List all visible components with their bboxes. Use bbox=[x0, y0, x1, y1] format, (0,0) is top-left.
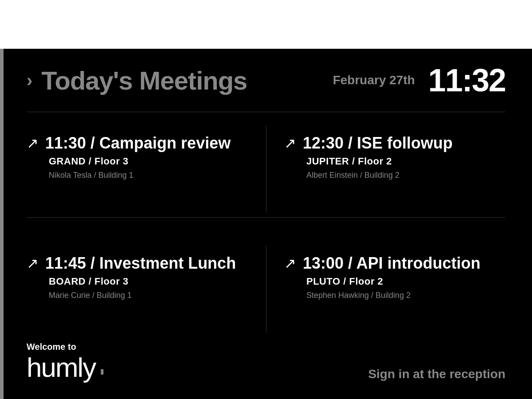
meeting-header-2: ↗ 12:30 / ISE followup bbox=[284, 134, 505, 152]
meeting-title-3: 11:45 / Investment Lunch bbox=[45, 254, 236, 272]
meeting-arrow-icon-1: ↗ bbox=[27, 136, 39, 150]
meeting-item-investment-lunch[interactable]: ↗ 11:45 / Investment Lunch BOARD / Floor… bbox=[27, 246, 266, 333]
meeting-arrow-icon-2: ↗ bbox=[284, 136, 296, 150]
meeting-header-1: ↗ 11:30 / Campaign review bbox=[27, 134, 248, 152]
meeting-person-2: Albert Einstein / Building 2 bbox=[306, 171, 505, 180]
main-container: › Today's Meetings February 27th 11:32 ↗… bbox=[0, 49, 532, 399]
meeting-header-4: ↗ 13:00 / API introduction bbox=[284, 254, 505, 272]
meeting-room-1: GRAND / Floor 3 bbox=[49, 156, 248, 167]
humly-logo: humly bbox=[27, 354, 95, 381]
row-separator bbox=[27, 217, 505, 218]
sign-in-text: Sign in at the reception bbox=[368, 367, 505, 385]
meeting-title-4: 13:00 / API introduction bbox=[303, 254, 481, 272]
footer-left: Welcome to humly bbox=[27, 342, 95, 381]
header-left: › Today's Meetings bbox=[27, 66, 247, 95]
header-nav-arrow[interactable]: › bbox=[27, 70, 32, 90]
meeting-title-2: 12:30 / ISE followup bbox=[303, 134, 453, 152]
meeting-room-2: JUPITER / Floor 2 bbox=[306, 156, 505, 167]
header-divider bbox=[27, 112, 505, 112]
current-time: 11:32 bbox=[428, 62, 505, 98]
meetings-grid: ↗ 11:30 / Campaign review GRAND / Floor … bbox=[27, 125, 505, 333]
header: › Today's Meetings February 27th 11:32 bbox=[27, 49, 505, 112]
footer: Welcome to humly Sign in at the receptio… bbox=[27, 333, 505, 399]
meeting-header-3: ↗ 11:45 / Investment Lunch bbox=[27, 254, 248, 272]
meeting-arrow-icon-3: ↗ bbox=[27, 256, 39, 270]
meeting-item-campaign-review[interactable]: ↗ 11:30 / Campaign review GRAND / Floor … bbox=[27, 125, 266, 213]
meeting-item-ise-followup[interactable]: ↗ 12:30 / ISE followup JUPITER / Floor 2… bbox=[266, 125, 505, 213]
current-date: February 27th bbox=[333, 73, 415, 87]
header-right: February 27th 11:32 bbox=[333, 62, 505, 98]
welcome-text: Welcome to bbox=[27, 342, 95, 352]
left-accent-bar bbox=[0, 49, 4, 399]
meeting-item-api-introduction[interactable]: ↗ 13:00 / API introduction PLUTO / Floor… bbox=[266, 246, 505, 333]
meeting-arrow-icon-4: ↗ bbox=[284, 256, 296, 270]
meeting-room-3: BOARD / Floor 3 bbox=[49, 276, 248, 287]
meeting-person-1: Nikola Tesla / Building 1 bbox=[49, 171, 248, 180]
meeting-room-4: PLUTO / Floor 2 bbox=[306, 276, 505, 287]
meeting-person-4: Stephen Hawking / Building 2 bbox=[306, 291, 505, 300]
top-white-bar bbox=[0, 0, 532, 49]
footer-right: Sign in at the reception bbox=[368, 367, 505, 381]
meeting-title-1: 11:30 / Campaign review bbox=[45, 134, 231, 152]
page-title: Today's Meetings bbox=[41, 66, 247, 95]
meeting-person-3: Marie Curie / Building 1 bbox=[49, 291, 248, 300]
